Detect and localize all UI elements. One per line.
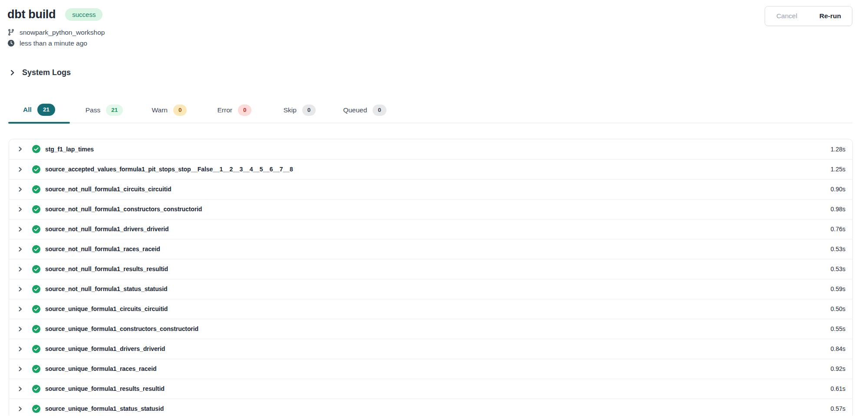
tab-all[interactable]: All 21	[7, 102, 72, 123]
tab-count-badge: 0	[373, 105, 386, 116]
result-duration: 1.25s	[831, 166, 845, 173]
result-duration: 0.53s	[831, 246, 845, 252]
chevron-right-icon[interactable]	[15, 187, 25, 192]
result-row[interactable]: source_unique_formula1_status_statusid 0…	[9, 399, 852, 416]
check-circle-icon	[32, 245, 40, 253]
result-name: source_accepted_values_formula1_pit_stop…	[45, 166, 293, 173]
result-name: source_unique_formula1_status_statusid	[45, 405, 164, 412]
check-circle-icon	[32, 405, 40, 413]
result-duration: 0.61s	[831, 385, 845, 392]
chevron-right-icon[interactable]	[15, 346, 25, 352]
result-row[interactable]: stg_f1_lap_times 1.28s	[9, 139, 852, 159]
system-logs-toggle[interactable]: System Logs	[9, 68, 71, 77]
tab-label: Pass	[86, 106, 100, 114]
result-duration: 0.76s	[831, 226, 845, 233]
result-row[interactable]: source_not_null_formula1_status_statusid…	[9, 279, 852, 299]
result-duration: 0.53s	[831, 265, 845, 272]
result-row[interactable]: source_unique_formula1_constructors_cons…	[9, 319, 852, 339]
result-row[interactable]: source_unique_formula1_races_raceid 0.92…	[9, 359, 852, 379]
tab-label: Skip	[284, 106, 297, 114]
run-meta: snowpark_python_workshop less than a min…	[7, 27, 852, 48]
status-badge: success	[65, 8, 102, 21]
result-duration: 0.50s	[831, 305, 845, 312]
check-circle-icon	[32, 265, 40, 273]
result-row[interactable]: source_not_null_formula1_drivers_driveri…	[9, 219, 852, 239]
result-row[interactable]: source_not_null_formula1_results_resulti…	[9, 259, 852, 279]
check-circle-icon	[32, 225, 40, 233]
page-title: dbt build	[7, 8, 56, 21]
result-duration: 0.84s	[831, 345, 845, 352]
tab-label: Error	[218, 106, 232, 114]
result-row[interactable]: source_not_null_formula1_constructors_co…	[9, 199, 852, 219]
result-name: source_not_null_formula1_drivers_driveri…	[45, 226, 169, 233]
results-list: stg_f1_lap_times 1.28s source_accepted_v…	[9, 139, 853, 416]
result-name: source_unique_formula1_constructors_cons…	[45, 325, 198, 332]
check-circle-icon	[32, 165, 40, 174]
tab-warn[interactable]: Warn 0	[137, 103, 202, 123]
run-time-ago: less than a minute ago	[20, 38, 87, 48]
result-name: source_not_null_formula1_circuits_circui…	[45, 186, 172, 193]
chevron-right-icon[interactable]	[15, 386, 25, 392]
result-name: source_not_null_formula1_races_raceid	[45, 246, 160, 252]
check-circle-icon	[32, 285, 40, 293]
result-name: source_unique_formula1_races_raceid	[45, 365, 156, 372]
result-row[interactable]: source_unique_formula1_results_resultid …	[9, 379, 852, 399]
chevron-right-icon[interactable]	[15, 246, 25, 252]
result-row[interactable]: source_not_null_formula1_races_raceid 0.…	[9, 239, 852, 259]
run-header: dbt build success Cancel Re-run snowpark…	[0, 0, 868, 48]
chevron-right-icon[interactable]	[15, 366, 25, 372]
chevron-right-icon[interactable]	[15, 206, 25, 212]
result-duration: 0.55s	[831, 325, 845, 332]
result-row[interactable]: source_unique_formula1_drivers_driverid …	[9, 339, 852, 359]
chevron-right-icon[interactable]	[15, 286, 25, 292]
title-row: dbt build success	[7, 8, 852, 21]
result-row[interactable]: source_accepted_values_formula1_pit_stop…	[9, 159, 852, 179]
result-duration: 0.57s	[831, 405, 845, 412]
chevron-right-icon[interactable]	[15, 306, 25, 312]
tab-label: Queued	[343, 106, 367, 114]
check-circle-icon	[32, 345, 40, 353]
check-circle-icon	[32, 365, 40, 373]
branch-name: snowpark_python_workshop	[20, 27, 105, 37]
tab-queued[interactable]: Queued 0	[332, 103, 397, 123]
chevron-right-icon[interactable]	[15, 326, 25, 332]
run-actions: Cancel Re-run	[765, 6, 852, 26]
git-branch-icon	[7, 29, 15, 36]
clock-icon	[7, 39, 15, 47]
tab-pass[interactable]: Pass 21	[72, 103, 137, 123]
result-row[interactable]: source_unique_formula1_circuits_circuiti…	[9, 299, 852, 319]
tab-skip[interactable]: Skip 0	[267, 103, 332, 123]
chevron-right-icon	[9, 69, 16, 76]
tab-count-badge: 0	[302, 105, 316, 116]
check-circle-icon	[32, 205, 40, 213]
tabs-bar: All 21 Pass 21 Warn 0 Error 0 Skip 0 Que…	[7, 102, 852, 123]
result-name: stg_f1_lap_times	[45, 146, 94, 153]
chevron-right-icon[interactable]	[15, 266, 25, 272]
tab-label: Warn	[152, 106, 168, 114]
result-duration: 0.92s	[831, 365, 845, 372]
rerun-button[interactable]: Re-run	[809, 7, 852, 26]
check-circle-icon	[32, 325, 40, 333]
check-circle-icon	[32, 145, 40, 153]
cancel-button[interactable]: Cancel	[765, 7, 809, 26]
tab-count-badge: 0	[238, 105, 252, 116]
tab-count-badge: 21	[106, 105, 123, 116]
system-logs-label: System Logs	[22, 68, 71, 77]
check-circle-icon	[32, 185, 40, 193]
result-name: source_not_null_formula1_status_statusid	[45, 285, 168, 292]
tab-count-badge: 21	[37, 104, 55, 116]
chevron-right-icon[interactable]	[15, 226, 25, 232]
branch-row: snowpark_python_workshop	[7, 27, 852, 37]
chevron-right-icon[interactable]	[15, 167, 25, 172]
result-duration: 0.90s	[831, 186, 845, 193]
check-circle-icon	[32, 305, 40, 313]
chevron-right-icon[interactable]	[15, 146, 25, 152]
result-row[interactable]: source_not_null_formula1_circuits_circui…	[9, 179, 852, 199]
tab-error[interactable]: Error 0	[202, 103, 267, 123]
chevron-right-icon[interactable]	[15, 406, 25, 412]
tab-label: All	[23, 106, 32, 114]
result-name: source_unique_formula1_circuits_circuiti…	[45, 305, 168, 312]
result-name: source_unique_formula1_results_resultid	[45, 385, 165, 392]
check-circle-icon	[32, 385, 40, 393]
result-name: source_not_null_formula1_results_resulti…	[45, 265, 168, 272]
